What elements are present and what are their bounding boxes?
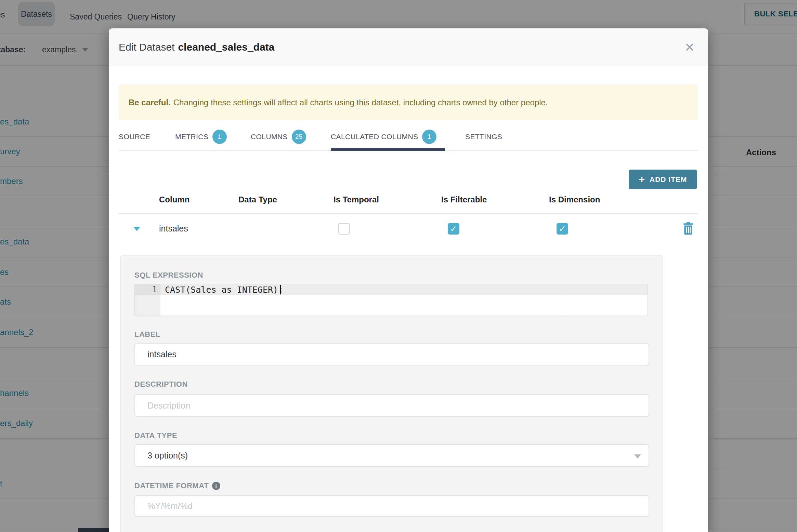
plus-icon: + xyxy=(639,174,645,185)
sql-code[interactable]: CAST(Sales as INTEGER); xyxy=(165,284,283,295)
header-data-type: Data Type xyxy=(238,195,277,204)
header-is-temporal: Is Temporal xyxy=(334,195,379,204)
description-input[interactable] xyxy=(134,394,649,417)
tab-source[interactable]: SOURCE xyxy=(119,124,150,149)
warning-text: Changing these settings will affect all … xyxy=(173,98,548,107)
tab-label: METRICS xyxy=(175,133,208,141)
data-type-select[interactable]: 3 option(s) xyxy=(134,444,649,467)
datetime-format-label-text: DATETIME FORMAT xyxy=(134,481,209,490)
trash-icon xyxy=(683,222,694,235)
editor-line-number: 1 xyxy=(135,284,160,295)
datetime-format-input[interactable] xyxy=(134,495,649,517)
label-label: LABEL xyxy=(134,330,160,339)
column-editor-panel: SQL EXPRESSION 1 CAST(Sales as INTEGER);… xyxy=(120,255,663,532)
metrics-count-badge: 1 xyxy=(212,130,227,144)
columns-header-divider xyxy=(119,213,698,214)
delete-column-button[interactable] xyxy=(683,222,694,235)
is-filterable-checkbox[interactable]: ✓ xyxy=(448,223,459,235)
add-item-label: ADD ITEM xyxy=(650,175,687,184)
data-type-label: DATA TYPE xyxy=(134,431,177,440)
screen: es Datasets Saved Queries Query History … xyxy=(0,0,797,532)
modal-title-prefix: Edit Dataset xyxy=(119,41,174,53)
warning-banner: Be careful. Changing these settings will… xyxy=(119,84,698,120)
add-item-button[interactable]: + ADD ITEM xyxy=(629,170,697,189)
active-tab-underline xyxy=(331,148,445,151)
is-dimension-checkbox[interactable]: ✓ xyxy=(557,223,568,235)
editor-print-margin xyxy=(564,284,564,316)
tab-calculated-columns[interactable]: CALCULATED COLUMNS 1 xyxy=(331,124,436,149)
check-icon: ✓ xyxy=(559,224,566,234)
collapse-caret-icon[interactable] xyxy=(133,227,140,231)
check-icon: ✓ xyxy=(450,224,457,234)
tab-label: SETTINGS xyxy=(465,133,502,141)
header-is-dimension: Is Dimension xyxy=(549,195,600,204)
sql-expression-label: SQL EXPRESSION xyxy=(134,271,203,280)
tab-settings[interactable]: SETTINGS xyxy=(465,124,502,149)
tab-label: COLUMNS xyxy=(251,133,288,141)
text-cursor xyxy=(280,285,281,294)
label-input[interactable] xyxy=(134,343,649,365)
datetime-format-label: DATETIME FORMAT i xyxy=(134,481,220,490)
header-is-filterable: Is Filterable xyxy=(441,195,487,204)
columns-count-badge: 25 xyxy=(292,130,306,144)
calculated-columns-count-badge: 1 xyxy=(422,130,436,144)
warning-bold: Be careful. xyxy=(129,98,171,107)
modal-tabs: SOURCE METRICS 1 COLUMNS 25 CALCULATED C… xyxy=(109,124,708,151)
close-icon[interactable]: ✕ xyxy=(683,41,696,54)
tab-label: SOURCE xyxy=(119,133,150,141)
edit-dataset-modal: Edit Dataset cleaned_sales_data ✕ Be car… xyxy=(109,28,708,532)
modal-title: Edit Dataset cleaned_sales_data xyxy=(119,28,274,66)
data-type-value: 3 option(s) xyxy=(147,451,188,461)
chevron-down-icon xyxy=(634,454,641,458)
description-label: DESCRIPTION xyxy=(134,380,188,389)
tab-columns[interactable]: COLUMNS 25 xyxy=(251,124,306,149)
info-icon: i xyxy=(212,482,220,490)
is-temporal-checkbox[interactable] xyxy=(338,223,350,235)
sql-expression-editor[interactable]: 1 CAST(Sales as INTEGER); xyxy=(134,284,648,316)
modal-header: Edit Dataset cleaned_sales_data ✕ xyxy=(109,28,708,66)
tab-metrics[interactable]: METRICS 1 xyxy=(175,124,227,149)
tab-label: CALCULATED COLUMNS xyxy=(331,133,418,141)
header-column: Column xyxy=(159,195,190,204)
modal-title-dataset-name: cleaned_sales_data xyxy=(178,41,274,53)
calculated-column-name: intsales xyxy=(159,224,188,234)
